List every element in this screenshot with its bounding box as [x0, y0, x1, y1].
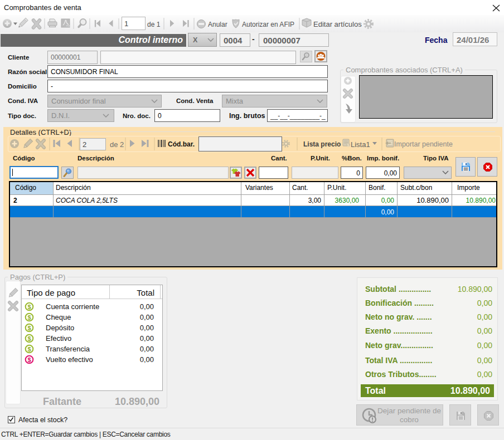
svg-text:$: $ [27, 314, 31, 321]
svg-text:$: $ [27, 304, 31, 310]
svg-text:$: $ [27, 325, 31, 331]
svg-text:PDF: PDF [66, 25, 71, 27]
svg-text:$: $ [27, 335, 31, 342]
svg-text:$: $ [27, 356, 31, 363]
svg-text:$: $ [27, 346, 31, 353]
svg-text:$: $ [347, 143, 350, 147]
